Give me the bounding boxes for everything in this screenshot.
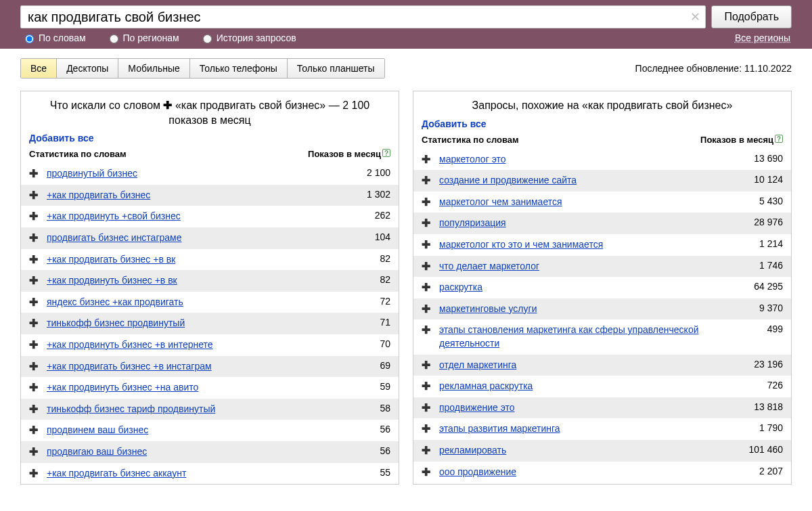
keyword-link[interactable]: +как продвигать бизнес аккаунт xyxy=(47,467,186,481)
keyword-link[interactable]: рекламная раскрутка xyxy=(439,380,533,393)
add-keyword-icon[interactable]: ✚ xyxy=(422,260,431,273)
keyword-row: ✚рекламная раскрутка726 xyxy=(413,376,791,397)
add-keyword-icon[interactable]: ✚ xyxy=(29,317,39,330)
keyword-link[interactable]: +как продвинуть бизнес +на авито xyxy=(47,381,198,395)
add-keyword-icon[interactable]: ✚ xyxy=(422,174,431,187)
add-keyword-icon[interactable]: ✚ xyxy=(29,424,39,437)
keyword-count: 71 xyxy=(380,317,390,328)
keyword-link[interactable]: отдел маркетинга xyxy=(439,359,516,372)
radio-history[interactable] xyxy=(203,35,212,43)
add-keyword-icon[interactable]: ✚ xyxy=(29,445,39,458)
add-keyword-icon[interactable]: ✚ xyxy=(29,274,39,287)
keyword-count: 70 xyxy=(380,338,390,349)
keyword-link[interactable]: продвинутый бизнес xyxy=(47,167,137,181)
add-keyword-icon[interactable]: ✚ xyxy=(422,324,431,336)
keyword-link[interactable]: яндекс бизнес +как продвигать xyxy=(47,296,183,309)
keyword-link[interactable]: +как продвинуть +свой бизнес xyxy=(47,210,181,223)
keyword-link[interactable]: +как продвинуть бизнес +в интернете xyxy=(47,338,213,352)
keyword-link[interactable]: популяризация xyxy=(439,217,506,230)
keyword-link[interactable]: маркетолог чем занимается xyxy=(439,196,562,209)
add-keyword-icon[interactable]: ✚ xyxy=(422,196,431,208)
keyword-count: 726 xyxy=(767,380,783,391)
keyword-link[interactable]: ооо продвижение xyxy=(439,466,516,479)
clear-icon[interactable]: ✕ xyxy=(690,11,700,23)
add-keyword-icon[interactable]: ✚ xyxy=(422,359,431,372)
keyword-row: ✚этапы становления маркетинга как сферы … xyxy=(413,319,791,354)
keyword-link[interactable]: +как продвигать бизнес +в инстаграм xyxy=(47,360,212,374)
device-tab[interactable]: Мобильные xyxy=(118,59,190,78)
keyword-link[interactable]: создание и продвижение сайта xyxy=(439,174,577,187)
device-tab[interactable]: Только планшеты xyxy=(288,59,384,78)
add-keyword-icon[interactable]: ✚ xyxy=(29,253,39,266)
add-keyword-icon[interactable]: ✚ xyxy=(422,422,431,435)
radio-by-regions[interactable] xyxy=(110,35,118,43)
add-keyword-icon[interactable]: ✚ xyxy=(29,403,39,416)
add-keyword-icon[interactable]: ✚ xyxy=(422,153,431,166)
add-keyword-icon[interactable]: ✚ xyxy=(29,296,39,309)
mode-by-words[interactable]: По словам xyxy=(22,32,86,43)
mode-by-regions[interactable]: По регионам xyxy=(106,32,179,43)
submit-button[interactable]: Подобрать xyxy=(711,5,792,28)
keyword-count: 58 xyxy=(380,403,390,414)
add-keyword-icon[interactable]: ✚ xyxy=(29,381,39,394)
keyword-link[interactable]: тинькофф бизнес продвинутый xyxy=(47,317,185,330)
add-all-right[interactable]: Добавить все xyxy=(413,118,791,133)
keyword-link[interactable]: тинькофф бизнес тариф продвинутый xyxy=(47,403,215,416)
add-keyword-icon[interactable]: ✚ xyxy=(422,217,431,229)
keyword-link[interactable]: продвижение это xyxy=(439,401,515,415)
keyword-link[interactable]: раскрутка xyxy=(439,281,482,294)
help-icon[interactable]: ? xyxy=(775,135,783,143)
add-keyword-icon[interactable]: ✚ xyxy=(29,167,39,180)
keyword-count: 69 xyxy=(380,360,390,371)
search-input[interactable] xyxy=(20,5,706,28)
mode-history[interactable]: История запросов xyxy=(200,32,296,43)
add-keyword-icon[interactable]: ✚ xyxy=(422,380,431,393)
keyword-count: 2 100 xyxy=(367,167,390,178)
help-icon[interactable]: ? xyxy=(382,149,390,157)
keyword-row: ✚+как продвигать бизнес1 302 xyxy=(21,185,399,206)
keyword-link[interactable]: рекламировать xyxy=(439,444,506,458)
keyword-link[interactable]: маркетолог кто это и чем занимается xyxy=(439,238,603,252)
keyword-link[interactable]: этапы становления маркетинга как сферы у… xyxy=(439,324,759,350)
device-tab[interactable]: Все xyxy=(21,59,57,78)
add-keyword-icon[interactable]: ✚ xyxy=(422,281,431,294)
add-keyword-icon[interactable]: ✚ xyxy=(29,338,39,351)
add-keyword-icon[interactable]: ✚ xyxy=(29,189,39,202)
mode-label: История запросов xyxy=(217,32,296,43)
add-keyword-icon[interactable]: ✚ xyxy=(29,231,39,244)
right-panel: Запросы, похожие на «как продвигать свой… xyxy=(413,91,792,485)
add-keyword-icon[interactable]: ✚ xyxy=(422,444,431,457)
add-keyword-icon[interactable]: ✚ xyxy=(422,303,431,315)
add-keyword-icon[interactable]: ✚ xyxy=(29,210,39,223)
keyword-row: ✚продвижение это13 818 xyxy=(413,397,791,419)
keyword-count: 82 xyxy=(380,274,390,285)
keyword-count: 82 xyxy=(380,253,390,264)
device-tab[interactable]: Десктопы xyxy=(57,59,118,78)
keyword-count: 499 xyxy=(767,324,783,334)
keyword-link[interactable]: +как продвинуть бизнес +в вк xyxy=(47,274,177,288)
device-tab[interactable]: Только телефоны xyxy=(190,59,288,78)
keyword-link[interactable]: маркетинговые услуги xyxy=(439,303,537,316)
keyword-row: ✚тинькофф бизнес продвинутый71 xyxy=(21,313,399,334)
add-keyword-icon[interactable]: ✚ xyxy=(29,360,39,373)
add-keyword-icon[interactable]: ✚ xyxy=(422,238,431,251)
col-header: Статистика по словам xyxy=(422,135,519,145)
keyword-link[interactable]: продвигаю ваш бизнес xyxy=(47,445,147,459)
mode-label: По регионам xyxy=(123,32,179,43)
plus-icon: ✚ xyxy=(163,99,175,111)
keyword-row: ✚+как продвинуть бизнес +на авито59 xyxy=(21,377,399,399)
add-keyword-icon[interactable]: ✚ xyxy=(422,401,431,414)
add-keyword-icon[interactable]: ✚ xyxy=(29,467,39,480)
keyword-link[interactable]: продвинем ваш бизнес xyxy=(47,424,148,437)
keyword-link[interactable]: +как продвигать бизнес xyxy=(47,189,150,202)
keyword-link[interactable]: что делает маркетолог xyxy=(439,260,539,273)
keyword-count: 1 746 xyxy=(759,260,783,271)
add-keyword-icon[interactable]: ✚ xyxy=(422,466,431,479)
radio-by-words[interactable] xyxy=(25,35,34,43)
keyword-link[interactable]: продвигать бизнес инстаграме xyxy=(47,231,182,245)
keyword-link[interactable]: этапы развития маркетинга xyxy=(439,422,560,436)
keyword-link[interactable]: маркетолог это xyxy=(439,153,506,166)
keyword-link[interactable]: +как продвигать бизнес +в вк xyxy=(47,253,175,267)
regions-link[interactable]: Все регионы xyxy=(735,32,790,43)
add-all-left[interactable]: Добавить все xyxy=(21,133,399,148)
